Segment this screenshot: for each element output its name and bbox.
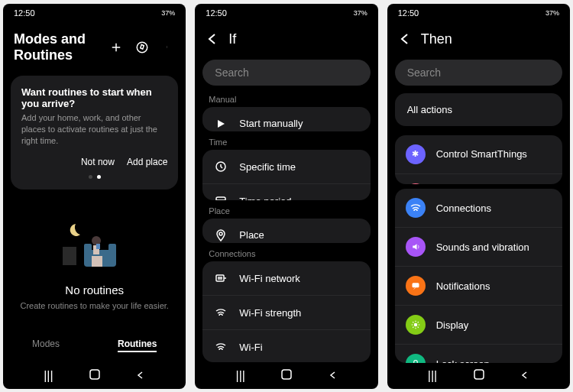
phone-screen-2: 12:50 37% If Search ManualStart manually… [195, 4, 377, 389]
back-icon[interactable] [136, 369, 145, 383]
nav-bar: ||| [3, 363, 186, 389]
wifi-icon [406, 198, 426, 218]
page-title: Then [421, 31, 452, 47]
phone-screen-1: 12:50 37% Modes and Routines Want routin… [3, 4, 186, 389]
plus-icon[interactable] [109, 40, 123, 54]
✱-icon: ✱ [406, 144, 426, 164]
home-icon[interactable] [473, 368, 485, 384]
page-title: Modes and Routines [14, 31, 100, 63]
svg-point-15 [219, 232, 222, 235]
svg-point-3 [167, 47, 167, 48]
status-bar: 12:50 37% [387, 4, 570, 22]
search-input[interactable]: Search [202, 60, 370, 86]
card-desc: Add your home, work, and other places to… [21, 112, 167, 147]
home-icon[interactable] [280, 368, 293, 384]
empty-illustration-icon [57, 210, 133, 271]
list-item-wi-fi[interactable]: Wi-Fi [202, 330, 370, 362]
sun-icon [406, 315, 426, 335]
●-icon: ● [406, 183, 426, 185]
list-item-galaxy-buds-pro[interactable]: ●Galaxy Buds Pro [395, 174, 562, 185]
list-item-specific-time[interactable]: Specific time [202, 150, 370, 184]
lock-icon [406, 354, 426, 362]
add-place-button[interactable]: Add place [127, 157, 167, 167]
list-item-label: Sounds and vibration [436, 241, 529, 253]
msg-icon [406, 276, 426, 296]
list-item-wi-fi-strength[interactable]: Wi-Fi strength [202, 296, 370, 330]
header: Modes and Routines [3, 22, 186, 73]
list-item-lock-screen[interactable]: Lock screen [395, 345, 562, 362]
vol-icon [406, 237, 426, 257]
card-title: Want routines to start when you arrive? [21, 86, 167, 109]
svg-point-0 [138, 42, 148, 53]
play-icon [213, 116, 228, 131]
calendar-icon [213, 193, 228, 200]
svg-rect-17 [282, 370, 291, 379]
svg-rect-16 [216, 275, 224, 281]
list-item-label: Notifications [436, 280, 490, 292]
tab-routines[interactable]: Routines [118, 339, 157, 352]
back-icon[interactable] [520, 369, 529, 383]
list-item-connections[interactable]: Connections [395, 189, 562, 228]
svg-rect-10 [92, 256, 102, 267]
tab-modes[interactable]: Modes [32, 339, 60, 352]
section-label: Time [195, 131, 377, 150]
status-time: 12:50 [14, 8, 35, 18]
recents-icon[interactable]: ||| [235, 369, 244, 383]
wifi-net-icon [213, 271, 228, 286]
list-item-start-manually[interactable]: Start manually [202, 107, 370, 132]
list-item-label: Control SmartThings [436, 148, 527, 160]
nav-bar: ||| [387, 363, 570, 389]
back-icon[interactable] [398, 32, 412, 46]
section-label: Place [195, 200, 377, 219]
list-item-wi-fi-network[interactable]: Wi-Fi network [202, 261, 370, 296]
empty-state: No routines Create routines to make your… [3, 193, 186, 328]
pin-icon [213, 228, 228, 243]
page-title: If [228, 31, 236, 47]
svg-rect-4 [63, 247, 76, 265]
list-item-notifications[interactable]: Notifications [395, 267, 562, 306]
section-label: Manual [195, 89, 377, 107]
bottom-tabs: Modes Routines [3, 328, 186, 363]
recents-icon[interactable]: ||| [428, 369, 437, 383]
svg-point-19 [413, 323, 417, 327]
list-item-label: Display [436, 319, 469, 331]
header: If [195, 22, 377, 57]
phone-screen-3: 12:50 37% Then Search All actions ✱Contr… [387, 4, 570, 389]
list-item-label: Place [239, 229, 264, 241]
header: Then [387, 22, 570, 57]
svg-rect-12 [90, 370, 99, 379]
back-icon[interactable] [329, 369, 338, 383]
all-actions-button[interactable]: All actions [395, 93, 562, 126]
list-item-display[interactable]: Display [395, 306, 562, 345]
list-item-label: Start manually [239, 118, 303, 129]
list-item-sounds-and-vibration[interactable]: Sounds and vibration [395, 228, 562, 267]
empty-subtitle: Create routines to make your life easier… [20, 301, 168, 310]
recents-icon[interactable]: ||| [44, 369, 53, 383]
svg-point-2 [167, 47, 167, 47]
list-item-time-period[interactable]: Time period [202, 184, 370, 200]
list-item-control-smartthings[interactable]: ✱Control SmartThings [395, 135, 562, 174]
clock-icon [213, 159, 228, 174]
not-now-button[interactable]: Not now [81, 157, 115, 167]
more-icon[interactable] [161, 40, 175, 54]
svg-rect-18 [412, 283, 419, 287]
list-item-label: Specific time [239, 161, 296, 173]
svg-rect-22 [474, 370, 484, 379]
list-item-label: Wi-Fi network [239, 273, 299, 284]
status-bar: 12:50 37% [3, 4, 186, 22]
action-list: ✱Control SmartThings●Galaxy Buds ProConn… [387, 131, 570, 363]
back-icon[interactable] [206, 32, 219, 46]
home-icon[interactable] [89, 368, 101, 384]
svg-rect-7 [108, 244, 116, 254]
condition-list: ManualStart manuallyTimeSpecific timeTim… [195, 89, 377, 363]
list-item-place[interactable]: Place [202, 219, 370, 244]
search-input[interactable]: Search [395, 60, 562, 86]
explore-icon[interactable] [135, 40, 149, 54]
list-item-label: Wi-Fi strength [239, 307, 301, 319]
svg-rect-6 [84, 244, 92, 254]
status-right: 37% [161, 9, 175, 17]
section-label: Connections [195, 243, 377, 261]
pagination-dots [21, 175, 167, 179]
wifi-icon [213, 339, 228, 355]
wifi-icon [213, 305, 228, 320]
